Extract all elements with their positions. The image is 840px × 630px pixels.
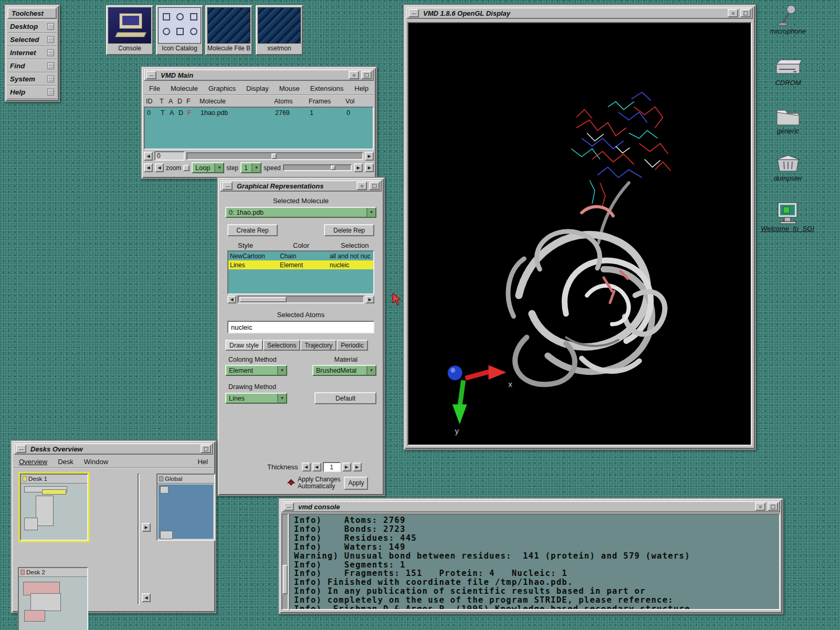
frame-slider-handle[interactable] — [271, 153, 277, 159]
gr-titlebar[interactable]: Graphical Representations — [220, 180, 382, 192]
step-dropdown[interactable]: 1 ▼ — [240, 162, 261, 173]
menu-window[interactable]: Window — [79, 456, 113, 467]
menu-file[interactable]: File — [144, 83, 165, 94]
minimize-button[interactable] — [728, 9, 738, 17]
opengl-viewport[interactable]: x y — [407, 22, 752, 446]
menu-display[interactable]: Display — [241, 83, 274, 94]
desk2-header[interactable]: Desk 2 — [19, 568, 87, 577]
menu-molecule[interactable]: Molecule — [165, 83, 203, 94]
coloring-method-dropdown[interactable]: Element ▼ — [225, 365, 287, 376]
default-button[interactable]: Default — [314, 392, 376, 404]
step-reverse-button[interactable]: ◀ — [155, 163, 164, 172]
menu-mouse[interactable]: Mouse — [274, 83, 305, 94]
rep-row-newcartoon[interactable]: NewCartoon Chain all and not nuc — [228, 251, 373, 260]
toolchest-item-help[interactable]: Help — [7, 86, 57, 99]
tab-draw-style[interactable]: Draw style — [225, 340, 263, 351]
molecule-list[interactable]: 0 T A D F 1hao.pdb 2769 1 0 — [144, 107, 374, 150]
window-menu-button[interactable] — [16, 445, 26, 453]
window-menu-button[interactable] — [222, 182, 233, 190]
create-rep-button[interactable]: Create Rep — [227, 224, 278, 236]
loop-dropdown[interactable]: Loop ▼ — [192, 162, 224, 173]
desk1-thumbnail[interactable]: Desk 1 — [20, 474, 88, 541]
maximize-button[interactable] — [768, 502, 778, 511]
thickness-value[interactable]: 1 — [323, 462, 341, 472]
toolchest-item-system[interactable]: System — [7, 72, 57, 86]
frame-field[interactable]: 0 — [154, 151, 185, 161]
tile-console[interactable]: Console — [106, 5, 153, 55]
scroll-right-icon[interactable]: ▶ — [365, 296, 374, 303]
menu-help[interactable]: Hel — [192, 456, 213, 467]
toolchest-item-selected[interactable]: Selected — [7, 33, 57, 46]
speed-slider-handle[interactable] — [331, 165, 335, 170]
window-menu-button[interactable] — [408, 9, 419, 17]
tab-periodic[interactable]: Periodic — [337, 340, 368, 351]
desktop-icon-generic[interactable]: generic — [759, 105, 817, 135]
tile-icon-catalog[interactable]: Icon Catalog — [156, 5, 203, 55]
window-menu-button[interactable] — [284, 502, 294, 511]
menu-help[interactable]: Help — [349, 83, 374, 94]
step-forward-button[interactable]: ▶ — [354, 163, 363, 172]
menu-extensions[interactable]: Extensions — [305, 83, 349, 94]
apply-changes-radio[interactable] — [287, 479, 296, 487]
opengl-titlebar[interactable]: VMD 1.8.6 OpenGL Display — [406, 7, 753, 19]
hscroll-handle[interactable] — [239, 297, 287, 302]
thickness-increase-fast-button[interactable]: ▶ — [353, 463, 362, 471]
play-forward-button[interactable]: ▶ — [365, 163, 374, 172]
scroll-left-icon[interactable]: ◀ — [227, 296, 236, 303]
console-scrollbar-handle[interactable] — [282, 565, 288, 594]
thickness-decrease-fast-button[interactable]: ◀ — [302, 463, 311, 471]
rep-list[interactable]: NewCartoon Chain all and not nuc Lines E… — [227, 250, 374, 295]
tile-xsetmon[interactable]: xsetmon — [256, 5, 303, 55]
maximize-button[interactable] — [361, 71, 372, 79]
console-scrollbar[interactable] — [281, 513, 289, 610]
desks-titlebar[interactable]: Desks Overview — [14, 443, 213, 455]
desk1-header[interactable]: Desk 1 — [21, 475, 87, 484]
apply-button[interactable]: Apply — [344, 477, 368, 490]
minimize-button[interactable] — [755, 502, 765, 511]
tile-molecule-file[interactable]: Molecule File B — [205, 5, 253, 55]
zoom-checkbox[interactable] — [183, 165, 190, 171]
selected-molecule-dropdown[interactable]: 0: 1hao.pdb ▼ — [225, 207, 376, 218]
window-menu-button[interactable] — [146, 71, 156, 79]
desk2-thumbnail[interactable]: Desk 2 — [18, 567, 88, 630]
scroll-right-icon[interactable]: ▶ — [142, 523, 151, 532]
scroll-left-icon[interactable]: ◀ — [142, 593, 151, 602]
console-output[interactable]: Info) Atoms: 2769 Info) Bonds: 2723 Info… — [289, 513, 780, 610]
rep-list-hscrollbar[interactable]: ◀ ▶ — [227, 296, 374, 303]
speed-slider[interactable] — [283, 164, 352, 171]
drawing-method-dropdown[interactable]: Lines ▼ — [225, 393, 287, 404]
frame-first-button[interactable]: ◀ — [144, 152, 153, 161]
frame-last-button[interactable]: ▶ — [365, 152, 374, 161]
toolchest-item-find[interactable]: Find — [7, 59, 57, 72]
rep-row-lines[interactable]: Lines Element nucleic — [228, 260, 373, 269]
toolchest-item-internet[interactable]: Internet — [7, 46, 57, 59]
maximize-button[interactable] — [740, 9, 751, 17]
menu-graphics[interactable]: Graphics — [203, 83, 241, 94]
toolchest-titlebar[interactable]: Toolchest — [7, 7, 57, 19]
maximize-button[interactable] — [369, 182, 380, 190]
thickness-increase-button[interactable]: ▶ — [342, 463, 351, 471]
maximize-button[interactable] — [201, 445, 211, 453]
desktop-icon-microphone[interactable]: microphone — [759, 4, 817, 35]
tab-selections[interactable]: Selections — [263, 340, 300, 351]
minimize-button[interactable] — [356, 182, 367, 190]
play-reverse-button[interactable]: ◀ — [144, 163, 153, 172]
selected-atoms-input[interactable] — [227, 321, 374, 333]
molecule-row[interactable]: 0 T A D F 1hao.pdb 2769 1 0 — [145, 108, 373, 118]
global-thumbnail[interactable]: Global — [156, 474, 215, 541]
desktop-icon-dumpster[interactable]: dumpster — [759, 151, 817, 182]
menu-desk[interactable]: Desk — [52, 456, 79, 467]
console-titlebar[interactable]: vmd console — [281, 501, 780, 512]
desktop-icon-welcome-to-sgi[interactable]: Welcome_to_SGI — [756, 201, 819, 233]
material-dropdown[interactable]: BrushedMetal ▼ — [312, 365, 376, 376]
thickness-decrease-button[interactable]: ◀ — [312, 463, 321, 471]
menu-overview[interactable]: Overview — [14, 456, 52, 467]
minimize-button[interactable] — [349, 71, 359, 79]
global-header[interactable]: Global — [158, 475, 214, 484]
delete-rep-button[interactable]: Delete Rep — [324, 224, 374, 236]
toolchest-item-desktop[interactable]: Desktop — [7, 20, 57, 33]
frame-slider[interactable] — [186, 152, 363, 160]
tab-trajectory[interactable]: Trajectory — [300, 340, 337, 351]
desktop-icon-cdrom[interactable]: CDROM — [759, 59, 817, 87]
vmd-main-titlebar[interactable]: VMD Main — [144, 69, 374, 81]
